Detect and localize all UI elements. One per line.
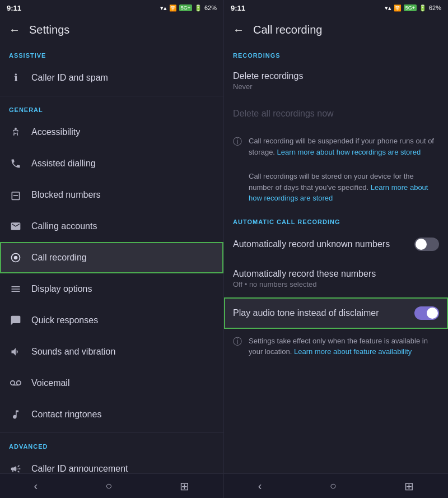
right-nav-recents[interactable]: ⊞ [395,477,423,495]
auto-unknown-title: Automatically record unknown numbers [233,239,408,249]
audio-tone-toggle[interactable] [414,306,439,320]
battery-icon: 🔋 [194,4,202,12]
divider-1 [0,96,223,96]
quick-responses-icon [9,314,22,327]
auto-numbers-subtitle: Off • no numbers selected [233,280,439,288]
menu-item-assisted-dialling[interactable]: Assisted dialling [0,148,223,179]
menu-item-sounds-vibration[interactable]: Sounds and vibration [0,336,223,367]
signal-icon: ▾▴ [160,4,167,12]
settings-audio-tone[interactable]: Play audio tone instead of disclaimer [224,297,448,329]
left-status-bar: 9:11 ▾▴ 🛜 5G+ 🔋 62% [0,0,223,16]
network-icon: 5G+ [179,4,192,11]
accessibility-label: Accessibility [31,127,80,137]
left-nav-recents[interactable]: ⊞ [171,477,198,495]
menu-item-display-options[interactable]: Display options [0,273,223,305]
battery-level: 62% [204,4,217,11]
left-settings-content: ASSISTIVE ℹ Caller ID and spam GENERAL A… [0,44,223,473]
menu-item-contact-ringtones[interactable]: Contact ringtones [0,399,223,430]
auto-unknown-toggle[interactable] [414,238,439,251]
right-status-time: 9:11 [231,4,245,12]
divider-2 [0,432,223,433]
assisted-dialling-icon [9,157,22,170]
caller-id-label: Caller ID and spam [31,73,108,83]
call-recording-label: Call recording [31,253,87,263]
sounds-vibration-label: Sounds and vibration [31,347,115,357]
contact-ringtones-icon [9,408,22,421]
menu-item-caller-id-announcement[interactable]: Caller ID announcement [0,453,223,473]
left-status-time: 9:11 [7,4,21,12]
auto-unknown-toggle-knob [416,239,427,250]
section-label-auto-recording: AUTOMATIC CALL RECORDING [224,211,448,229]
left-header: ← Settings [0,16,223,44]
audio-tone-toggle-knob [427,308,438,319]
menu-item-quick-responses[interactable]: Quick responses [0,305,223,336]
footer-info-link[interactable]: Learn more about feature availability [294,347,412,356]
audio-tone-text: Play audio tone instead of disclaimer [233,308,408,318]
footer-info-icon: ⓘ [233,336,242,348]
section-label-recordings: RECORDINGS [224,44,448,62]
footer-info-text: Settings take effect only when the featu… [249,336,439,357]
right-wifi-icon: 🛜 [394,4,402,12]
menu-item-calling-accounts[interactable]: Calling accounts [0,211,223,242]
menu-item-caller-id[interactable]: ℹ Caller ID and spam [0,62,223,94]
footer-info: ⓘ Settings take effect only when the fea… [224,329,448,364]
section-label-advanced: ADVANCED [0,435,223,453]
caller-id-icon: ℹ [9,71,22,85]
auto-numbers-text: Automatically record these numbers Off •… [233,269,439,288]
svg-point-1 [14,256,18,260]
svg-point-0 [15,128,16,129]
left-status-icons: ▾▴ 🛜 5G+ 🔋 62% [160,4,217,12]
wifi-icon: 🛜 [169,4,177,12]
delete-recordings-subtitle: Never [233,82,439,91]
blocked-numbers-label: Blocked numbers [31,190,101,200]
sounds-vibration-icon [9,345,22,359]
right-nav-bar: ‹ ○ ⊞ [224,473,448,498]
right-network-icon: 5G+ [404,4,417,11]
display-options-icon [9,282,22,296]
right-nav-home[interactable]: ○ [321,477,346,495]
display-options-label: Display options [31,284,92,294]
settings-item-delete-all[interactable]: Delete all recordings now [224,100,448,129]
left-page-title: Settings [29,24,69,36]
voicemail-icon [9,376,22,390]
menu-item-call-recording[interactable]: Call recording [0,242,223,273]
right-nav-back[interactable]: ‹ [249,477,271,495]
accessibility-icon [9,125,22,139]
settings-item-delete-recordings[interactable]: Delete recordings Never [224,62,448,100]
right-status-icons: ▾▴ 🛜 5G+ 🔋 62% [385,4,441,12]
voicemail-label: Voicemail [31,378,69,388]
right-signal-icon: ▾▴ [385,4,391,12]
right-back-button[interactable]: ← [233,24,244,36]
call-recording-icon [9,251,22,264]
left-nav-back[interactable]: ‹ [25,477,47,495]
settings-auto-numbers[interactable]: Automatically record these numbers Off •… [224,260,448,297]
info-storage-icon: ⓘ [233,136,242,148]
info-storage-link[interactable]: Learn more about how recordings are stor… [277,148,421,156]
auto-unknown-text: Automatically record unknown numbers [233,239,408,249]
info-storage: ⓘ Call recording will be suspended if yo… [224,129,448,164]
menu-item-accessibility[interactable]: Accessibility [0,117,223,148]
assisted-dialling-label: Assisted dialling [31,159,96,169]
right-panel: 9:11 ▾▴ 🛜 5G+ 🔋 62% ← Call recording REC… [224,0,448,498]
menu-item-blocked-numbers[interactable]: Blocked numbers [0,179,223,211]
section-label-assistive: ASSISTIVE [0,44,223,62]
delete-recordings-title: Delete recordings [233,71,439,81]
calling-accounts-label: Calling accounts [31,221,97,231]
right-battery-level: 62% [429,4,441,11]
left-nav-home[interactable]: ○ [96,477,121,495]
right-status-bar: 9:11 ▾▴ 🛜 5G+ 🔋 62% [224,0,448,16]
right-header: ← Call recording [224,16,448,44]
left-back-button[interactable]: ← [9,24,20,36]
right-battery-icon: 🔋 [419,4,427,12]
settings-auto-unknown[interactable]: Automatically record unknown numbers [224,229,448,260]
audio-tone-title: Play audio tone instead of disclaimer [233,308,408,318]
announcement-icon [9,462,22,473]
blocked-numbers-icon [9,188,22,202]
right-page-title: Call recording [253,24,322,36]
left-panel: 9:11 ▾▴ 🛜 5G+ 🔋 62% ← Settings ASSISTIVE… [0,0,224,498]
menu-item-voicemail[interactable]: Voicemail [0,367,223,399]
contact-ringtones-label: Contact ringtones [31,409,101,420]
caller-id-announcement-label: Caller ID announcement [31,464,128,473]
quick-responses-label: Quick responses [31,315,98,325]
auto-numbers-title: Automatically record these numbers [233,269,439,279]
